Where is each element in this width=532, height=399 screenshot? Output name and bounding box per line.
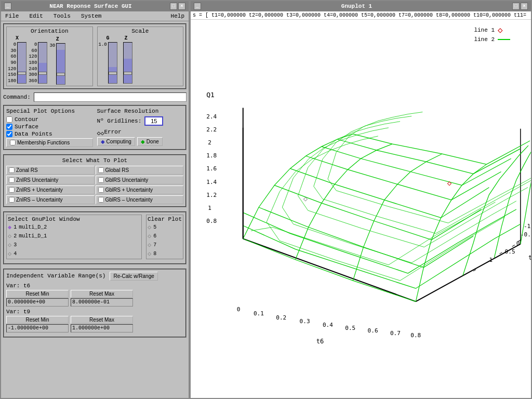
t9-min-input[interactable] bbox=[6, 324, 69, 332]
z-scale-slider-col: Z bbox=[119, 35, 132, 84]
computing-button[interactable]: ◆ Computing bbox=[97, 137, 135, 146]
surface-checkbox[interactable] bbox=[6, 124, 12, 130]
svg-text:1: 1 bbox=[208, 205, 211, 211]
clear-5-diamond: ◇ bbox=[148, 223, 151, 231]
t6-min-input[interactable] bbox=[6, 298, 69, 307]
clear-5-num: 5 bbox=[153, 224, 156, 230]
gnuplot-item-3[interactable]: ◇ 3 bbox=[8, 241, 47, 249]
t6-reset-max-button[interactable]: Reset Max bbox=[71, 290, 133, 298]
gnuplot-item-2[interactable]: ◇ 2 multi_D_1 bbox=[8, 232, 47, 240]
right-panel: _ Gnuplot 1 □ × s = [ t1=0,000000 t2=0,0… bbox=[190, 0, 532, 399]
svg-text:0.5: 0.5 bbox=[345, 325, 355, 331]
gridlines-label: Nº Gridlines: bbox=[97, 118, 142, 124]
t9-max-input[interactable] bbox=[71, 324, 133, 332]
menu-system[interactable]: System bbox=[79, 12, 104, 20]
contour-label: Contour bbox=[15, 116, 38, 123]
data-points-checkbox[interactable] bbox=[6, 131, 12, 137]
command-input[interactable] bbox=[34, 92, 187, 102]
gnuplot-col-left: ◆ 1 multi_D_2 ◇ 2 multi_D_1 ◇ bbox=[8, 223, 47, 258]
svg-text:1.6: 1.6 bbox=[206, 165, 217, 172]
gnuplot-2-label: multi_D_1 bbox=[19, 233, 47, 239]
zonal-rs-button[interactable]: Zonal RS bbox=[6, 166, 95, 175]
clear-6-num: 6 bbox=[153, 233, 156, 239]
menu-tools[interactable]: Tools bbox=[51, 12, 73, 20]
done-diamond-icon: ◆ bbox=[141, 139, 145, 144]
y-slider-track[interactable] bbox=[38, 42, 47, 84]
left-panel: _ NEAR Reponse Surface GUI □ × File Edit… bbox=[0, 0, 190, 399]
var-t9-inputs: Reset Min Reset Max bbox=[6, 316, 183, 332]
restore-button[interactable]: □ bbox=[170, 3, 177, 10]
orientation-scale-section: Orientation X 0306090120150180 bbox=[3, 23, 187, 89]
clear-item-5[interactable]: ◇ 5 bbox=[148, 223, 182, 231]
close-button[interactable]: × bbox=[178, 3, 185, 10]
gnuplot-item-4[interactable]: ◇ 4 bbox=[8, 250, 47, 258]
z-scale-slider-track[interactable] bbox=[123, 42, 132, 84]
z-orient-slider-track[interactable] bbox=[56, 43, 65, 85]
x-slider-track[interactable] bbox=[17, 42, 26, 84]
svg-text:0.3: 0.3 bbox=[300, 318, 310, 325]
gnuplot-close-button[interactable]: × bbox=[521, 3, 528, 10]
global-rs-button[interactable]: Global RS bbox=[96, 166, 184, 175]
g-slider-track[interactable] bbox=[108, 42, 117, 84]
svg-text:1.8: 1.8 bbox=[206, 152, 217, 159]
plot-area: line 1 ◇ line 2 Q1 2.4 2.2 2 bbox=[191, 20, 531, 395]
gnuplot-3-diamond: ◇ bbox=[8, 241, 11, 249]
gnuplot-minimize-button[interactable]: _ bbox=[194, 3, 201, 10]
svg-line-26 bbox=[512, 245, 515, 247]
gnuplot-window-title: Select GnuPlot Window bbox=[8, 216, 140, 222]
gblrs-plus-uncertainty-button[interactable]: GblRS + Uncertainty bbox=[96, 185, 184, 194]
gridlines-row: Nº Gridlines: bbox=[97, 116, 184, 126]
gblrs-uncertainty-button[interactable]: GblRS Uncertainty bbox=[96, 176, 184, 184]
clear-8-num: 8 bbox=[153, 251, 156, 257]
minimize-button[interactable]: _ bbox=[4, 3, 11, 10]
x-axis-label: X bbox=[16, 35, 19, 41]
z-orient-axis-label: Z bbox=[56, 36, 59, 42]
scale-sliders: G 1.0 Z bbox=[99, 35, 182, 84]
t9-axis-label: t9 bbox=[528, 254, 531, 261]
computing-diamond-icon: ◆ bbox=[101, 139, 105, 144]
menu-edit[interactable]: Edit bbox=[27, 12, 45, 20]
membership-checkbox[interactable] bbox=[10, 140, 16, 145]
znlrs-uncertainty-button[interactable]: ZnlRS Uncertainty bbox=[6, 176, 95, 184]
svg-text:0.8: 0.8 bbox=[206, 218, 217, 224]
surface-resolution-label: Surface Resolution bbox=[97, 108, 184, 114]
gblrs-minus-uncertainty-button[interactable]: GblRS – Uncertainty bbox=[96, 195, 184, 204]
clear-6-diamond: ◇ bbox=[148, 232, 151, 240]
left-title: NEAR Reponse Surface GUI bbox=[11, 3, 170, 9]
left-titlebar: _ NEAR Reponse Surface GUI □ × bbox=[1, 1, 189, 11]
t9-min-group: Reset Min bbox=[6, 316, 69, 332]
menubar: File Edit Tools System Help bbox=[1, 11, 189, 21]
contour-checkbox[interactable] bbox=[6, 116, 12, 123]
g-slider-col: G 1.0 bbox=[99, 35, 117, 84]
gnuplot-restore-button[interactable]: □ bbox=[512, 3, 520, 10]
command-section: Command: bbox=[3, 92, 187, 102]
znlrs-minus-uncertainty-button[interactable]: ZnlRS – Uncertainty bbox=[6, 195, 95, 204]
znlrs-plus-uncertainty-button[interactable]: ZnlRS + Uncertainty bbox=[6, 185, 95, 194]
gnuplot-1-num: 1 bbox=[14, 224, 17, 230]
menu-file[interactable]: File bbox=[3, 12, 21, 20]
gnuplot-1-label: multi_D_2 bbox=[19, 224, 47, 230]
z-orient-tick-nums: 30 bbox=[49, 43, 55, 85]
gnuplot-item-1[interactable]: ◆ 1 multi_D_2 bbox=[8, 223, 47, 231]
clear-item-7[interactable]: ◇ 7 bbox=[148, 241, 182, 249]
var-t9-row: Var: t9 Reset Min Reset Max bbox=[6, 309, 183, 332]
done-button[interactable]: ◆ Done bbox=[137, 137, 163, 146]
membership-functions-button[interactable]: Membership Functions bbox=[6, 138, 93, 147]
svg-text:2.2: 2.2 bbox=[206, 126, 217, 133]
svg-text:2.4: 2.4 bbox=[206, 113, 217, 120]
error-label: Error bbox=[104, 129, 122, 135]
surface-row: Surface bbox=[6, 124, 93, 130]
gridlines-input[interactable] bbox=[144, 116, 163, 126]
clear-items: ◇ 5 ◇ 6 ◇ 7 ◇ 8 bbox=[148, 223, 182, 258]
clear-item-6[interactable]: ◇ 6 bbox=[148, 232, 182, 240]
menu-help[interactable]: Help bbox=[169, 12, 187, 20]
special-plot-title: Special Plot Options bbox=[6, 108, 93, 114]
t6-max-input[interactable] bbox=[71, 298, 133, 307]
clear-item-8[interactable]: ◇ 8 bbox=[148, 250, 182, 258]
t9-reset-max-button[interactable]: Reset Max bbox=[71, 316, 133, 324]
clear-plot-title: Clear Plot bbox=[148, 216, 182, 222]
recalc-button[interactable]: Re-Calc w/Range bbox=[110, 272, 157, 281]
t6-reset-min-button[interactable]: Reset Min bbox=[6, 290, 69, 298]
t9-reset-min-button[interactable]: Reset Min bbox=[6, 316, 69, 324]
t9-max-group: Reset Max bbox=[71, 316, 133, 332]
